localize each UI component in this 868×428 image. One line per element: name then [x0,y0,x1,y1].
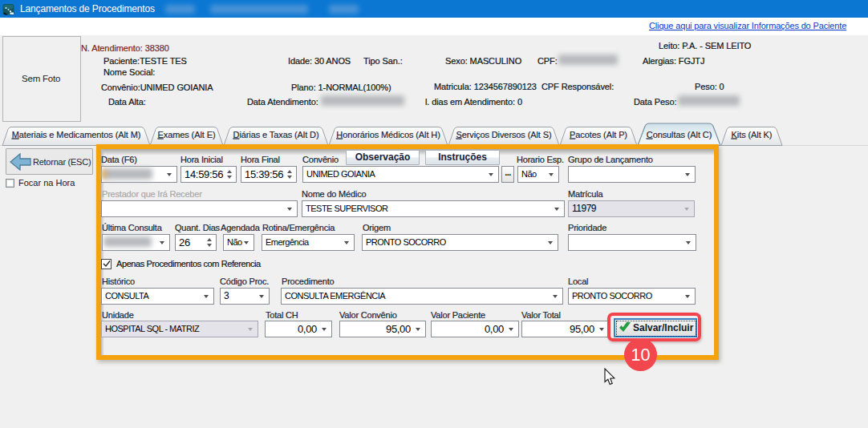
svg-text:Exames (Alt E): Exames (Alt E) [158,130,216,139]
svg-text:Materiais e Medicamentos (Alt: Materiais e Medicamentos (Alt M) [12,130,141,139]
svg-text:Honorários Médicos (Alt H): Honorários Médicos (Alt H) [336,130,440,139]
svg-text:Pacotes (Alt P): Pacotes (Alt P) [570,130,627,139]
svg-text:Consultas (Alt C): Consultas (Alt C) [647,130,712,139]
svg-text:Serviços Diversos (Alt S): Serviços Diversos (Alt S) [456,130,551,139]
svg-text:Kits (Alt K): Kits (Alt K) [732,130,773,139]
svg-text:Diárias e Taxas (Alt D): Diárias e Taxas (Alt D) [233,130,319,139]
